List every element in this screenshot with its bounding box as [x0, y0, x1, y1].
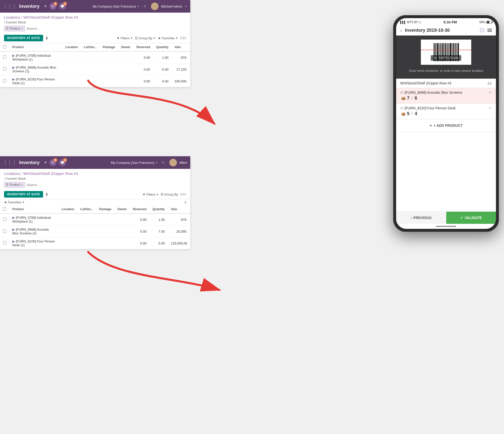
row-checkbox[interactable]	[3, 229, 6, 233]
table-row[interactable]: ▶[FURN_6666] Acoustic Bloc Screens (1) 0…	[0, 64, 190, 75]
row-checkbox[interactable]	[3, 55, 6, 59]
username: Mitchell Admin	[161, 5, 182, 8]
favorites-button[interactable]: ★ Favorites ▼	[158, 36, 178, 40]
table-row[interactable]: ▶[FURN_0789] Individual Workplace (1) 0.…	[0, 51, 190, 64]
location-count: 1/1	[487, 81, 492, 85]
breadcrumb-locations-2[interactable]: Locations	[4, 171, 20, 176]
search-tag-close[interactable]: ✕	[21, 27, 23, 30]
table-row[interactable]: ▶[FURN_6666] Acoustic Bloc Screens (1) 0…	[0, 226, 190, 237]
company-selector[interactable]: My Company (San Francisco) ▼	[92, 5, 139, 8]
edit-icon[interactable]: ✏	[489, 106, 492, 110]
qty-counted[interactable]: 7	[407, 96, 410, 101]
grid-icon-2[interactable]: ⋮⋮⋮	[3, 160, 17, 165]
search-tag-close-2[interactable]: ✕	[21, 183, 23, 187]
cell-package	[100, 51, 118, 64]
avatar-2[interactable]	[169, 159, 177, 166]
chat-badge[interactable]: 💬 4	[59, 3, 66, 10]
qty-counted[interactable]: 5	[407, 111, 410, 116]
phone-status-bar: ▌▌▌ MTS BY ⌹ 6:34 PM 58%	[396, 18, 496, 25]
download-button-2[interactable]: ⬇	[45, 192, 48, 197]
filters-button-2[interactable]: ▼ Filters ▼	[142, 193, 159, 196]
inventory-at-date-button[interactable]: INVENTORY AT DATE	[4, 35, 43, 41]
cell-product: ▶[FURN_0789] Individual Workplace (1)	[9, 213, 58, 226]
barcode-image[interactable]: 📷 TAP TO SCAN	[421, 40, 471, 65]
validate-button[interactable]: ✓ VALIDATE	[446, 212, 496, 224]
add-product-button[interactable]: + + ADD PRODUCT	[430, 123, 462, 128]
nav-plus-button[interactable]: +	[44, 4, 47, 9]
breadcrumb-sep1: /	[21, 15, 22, 19]
search-input[interactable]	[26, 27, 186, 30]
table-row[interactable]: ▶[FURN_8220] Four Person Desk (1) 0.00 4…	[0, 75, 190, 87]
qty-slash: /	[412, 112, 413, 116]
row-checkbox[interactable]	[3, 79, 6, 82]
cell-location	[58, 226, 77, 237]
col-reserved: Reserved	[134, 43, 153, 51]
breadcrumb-path-2[interactable]: WH/Stock/Shelf 2/Upper Row #3	[23, 171, 78, 176]
row-checkbox[interactable]	[3, 241, 6, 244]
grid-icon[interactable]: ⋮⋮⋮	[3, 4, 17, 9]
select-all-checkbox-2[interactable]	[3, 207, 6, 210]
edit-icon[interactable]: ✏	[489, 90, 492, 95]
breadcrumb-path[interactable]: WH/Stock/Shelf 2/Upper Row #3	[23, 15, 78, 19]
breadcrumb-locations[interactable]: Locations	[4, 15, 20, 19]
favorites-button-2[interactable]: ★ Favorites ▼	[4, 200, 24, 204]
breadcrumb-sub: / Current Stock	[0, 20, 190, 26]
qty-expected: 4	[415, 111, 417, 116]
search-input-2[interactable]	[26, 183, 186, 187]
close-session-icon[interactable]: ✕	[143, 4, 146, 8]
battery-icon	[486, 21, 492, 24]
tap-to-scan-overlay[interactable]: 📷 TAP TO SCAN	[431, 55, 461, 61]
groupby-button[interactable]: ☰ Group By ▼	[135, 36, 156, 40]
mobile-product-row[interactable]: 🏷 [FURN_8220] Four Person Desk ✏ 📦 5 / 4	[396, 104, 496, 119]
search-bar: ☰ Product ✕	[0, 26, 190, 33]
row-checkbox[interactable]	[3, 218, 6, 221]
cell-owner	[114, 213, 130, 226]
col-location: Location	[62, 43, 81, 51]
cell-lot	[77, 213, 96, 226]
cell-value: 876.	[168, 213, 190, 226]
notification-badge-1[interactable]: ↻ 9	[49, 3, 56, 10]
inventory-table: Product Location Lot/Ser... Package Owne…	[0, 43, 190, 87]
nav-plus-button-2[interactable]: +	[44, 160, 47, 165]
mobile-product-row[interactable]: 🏷 [FURN_6666] Acoustic Bloc Screens ✏ 📦 …	[396, 88, 496, 104]
cell-value: 876.	[171, 51, 190, 64]
select-all-checkbox[interactable]	[3, 45, 6, 48]
avatar[interactable]	[151, 3, 159, 10]
col-package: Package	[100, 43, 118, 51]
cell-lot	[81, 75, 100, 87]
chat-badge-2[interactable]: 💬 4	[59, 159, 66, 166]
cell-reserved: 0.00	[134, 64, 153, 75]
company-selector-2[interactable]: My Company (San Francisco) ▼	[111, 161, 158, 165]
inventory-at-date-button-2[interactable]: INVENTORY AT DATE	[4, 191, 43, 198]
cell-lot	[81, 64, 100, 75]
phone-title: Inventory 2019-10-30	[405, 28, 477, 33]
cell-value: 17,220.	[171, 64, 190, 75]
cell-lot	[77, 226, 96, 237]
col-lot: Lot/Ser...	[81, 43, 100, 51]
filters-button[interactable]: ▼ Filters ▼	[117, 36, 133, 40]
previous-button[interactable]: ‹ PREVIOUS	[396, 212, 446, 224]
search-tag-product-2[interactable]: ☰ Product ✕	[4, 182, 25, 188]
cell-quantity: 7.00	[149, 226, 168, 237]
info-icon[interactable]: ⓘ	[480, 27, 484, 33]
cell-package	[100, 75, 118, 87]
notification-badge-2a[interactable]: ↻ 9	[49, 159, 56, 166]
search-tag-product[interactable]: ☰ Product ✕	[4, 26, 25, 31]
cell-owner	[114, 237, 130, 249]
svg-point-1	[152, 7, 157, 10]
table-row[interactable]: ▶[FURN_8220] Four Person Desk (1) 0.00 5…	[0, 237, 190, 249]
table-row[interactable]: ▶[FURN_0789] Individual Workplace (1) 0.…	[0, 213, 190, 226]
breadcrumb: Locations / WH/Stock/Shelf 2/Upper Row #…	[0, 13, 190, 20]
back-button[interactable]: ‹	[400, 27, 402, 33]
cell-value: 100,000.	[171, 75, 190, 87]
col-quantity: Quantity	[153, 43, 172, 51]
hamburger-menu[interactable]	[487, 29, 492, 32]
close-session-icon-2[interactable]: ✕	[162, 161, 165, 165]
cell-quantity: 4.00	[153, 75, 172, 87]
row-checkbox[interactable]	[3, 67, 6, 71]
page-total-2: 3	[184, 201, 186, 204]
download-button[interactable]: ⬇	[45, 36, 48, 41]
cell-reserved: 0.00	[134, 75, 153, 87]
cell-reserved: 0.00	[130, 226, 149, 237]
groupby-button-2[interactable]: ☰ Group By	[161, 193, 178, 196]
